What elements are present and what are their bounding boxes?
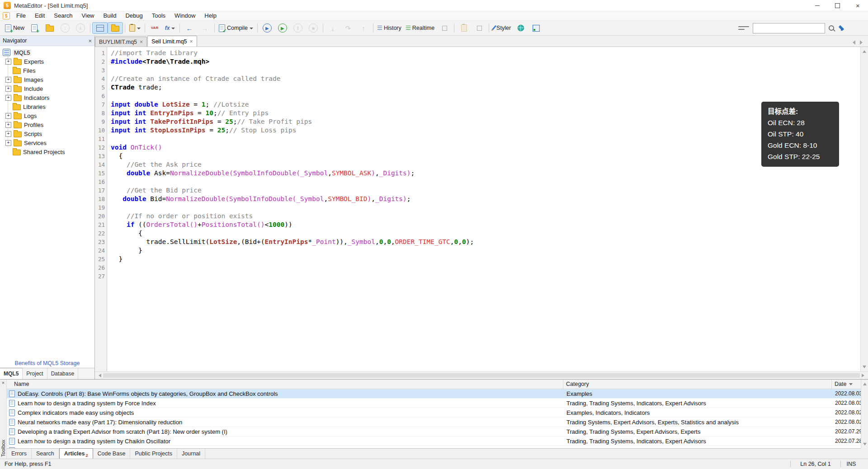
calendar-button[interactable] <box>528 22 544 34</box>
menu-item-tools[interactable]: Tools <box>147 11 170 20</box>
save-all-button[interactable]: ⇓ <box>73 22 88 34</box>
toolbox-tab-search[interactable]: Search <box>32 449 59 459</box>
navigator-tab-database[interactable]: Database <box>47 368 78 379</box>
search-icon[interactable] <box>829 25 834 31</box>
new-window-button[interactable] <box>27 22 42 34</box>
toolbox-tab-errors[interactable]: Errors <box>7 449 32 459</box>
column-header-category[interactable]: Category <box>563 380 831 389</box>
compile-button[interactable]: Compile <box>217 22 255 34</box>
tree-item-services[interactable]: Services <box>0 138 94 147</box>
menu-item-view[interactable]: View <box>77 11 99 20</box>
toolbox-tab-code-base[interactable]: Code Base <box>93 449 131 459</box>
function-list-button[interactable]: fx <box>162 22 178 34</box>
tab-scroll-right-icon[interactable] <box>860 40 863 45</box>
tree-item-libraries[interactable]: Libraries <box>0 102 94 111</box>
minimize-button[interactable] <box>807 0 827 11</box>
step-out-button[interactable]: ↑ <box>356 22 371 34</box>
search-input[interactable] <box>753 23 825 33</box>
scroll-up-icon[interactable] <box>863 381 867 385</box>
tree-root-mql5[interactable]: MQL5 <box>0 48 94 57</box>
column-header-name[interactable]: Name <box>7 380 563 389</box>
tree-item-shared-projects[interactable]: Shared Projects <box>0 147 94 156</box>
toolbox-tab-articles[interactable]: Articles2 <box>59 448 93 459</box>
tree-item-indicators[interactable]: Indicators <box>0 93 94 102</box>
scrollbar-thumb[interactable] <box>103 373 860 378</box>
stop-button[interactable]: ■ <box>306 22 321 34</box>
navigate-back-button[interactable]: ← <box>182 22 197 34</box>
pause-button[interactable]: ‖ <box>290 22 306 34</box>
search-settings-button[interactable] <box>734 22 749 34</box>
expand-plus-icon[interactable] <box>5 95 11 101</box>
mql5-storage-link[interactable]: Benefits of MQL5 Storage <box>15 360 80 366</box>
toggle-navigator-button[interactable] <box>92 22 108 34</box>
editor-tab-buylimit.mq5[interactable]: BUYLIMIT.mq5× <box>95 37 147 47</box>
editor-horizontal-scrollbar[interactable] <box>95 371 868 379</box>
save-button[interactable]: ↓ <box>57 22 73 34</box>
step-over-button[interactable]: ↷ <box>340 22 356 34</box>
realtime-button[interactable]: Realtime <box>404 22 437 34</box>
article-row[interactable]: Learn how to design a trading system by … <box>7 436 868 446</box>
chart-button[interactable] <box>437 22 452 34</box>
scroll-down-icon[interactable] <box>863 366 866 370</box>
tree-item-scripts[interactable]: Scripts <box>0 129 94 138</box>
step-into-button[interactable]: ↓ <box>325 22 340 34</box>
tree-item-include[interactable]: Include <box>0 84 94 93</box>
start-profiling-button[interactable]: ▶ <box>275 22 290 34</box>
mql5-community-button[interactable] <box>513 22 528 34</box>
open-button[interactable] <box>42 22 57 34</box>
expand-plus-icon[interactable] <box>5 122 11 128</box>
menu-item-debug[interactable]: Debug <box>121 11 147 20</box>
navigator-tree[interactable]: MQL5ExpertsFilesImagesIncludeIndicatorsL… <box>0 46 94 359</box>
article-row[interactable]: Complex indicators made easy using objec… <box>7 408 868 417</box>
tab-scroll-left-icon[interactable] <box>853 40 855 45</box>
toolbox-tab-public-projects[interactable]: Public Projects <box>130 449 177 459</box>
screenshot-button[interactable] <box>472 22 487 34</box>
navigator-tab-project[interactable]: Project <box>23 368 47 379</box>
navigator-close-button[interactable]: × <box>88 38 92 44</box>
mdi-document-icon[interactable]: 5 <box>3 12 10 19</box>
menu-item-help[interactable]: Help <box>200 11 221 20</box>
menu-item-search[interactable]: Search <box>49 11 77 20</box>
menu-item-window[interactable]: Window <box>170 11 200 20</box>
tree-item-images[interactable]: Images <box>0 75 94 84</box>
scroll-down-icon[interactable] <box>863 443 867 447</box>
editor-tab-sell-limit.mq5[interactable]: Sell Limit.mq5× <box>147 36 197 47</box>
history-button[interactable]: History <box>375 22 404 34</box>
styler-button[interactable]: Styler <box>491 22 513 34</box>
tree-item-logs[interactable]: Logs <box>0 111 94 120</box>
tree-item-experts[interactable]: Experts <box>0 57 94 66</box>
copy-snippet-button[interactable] <box>456 22 472 34</box>
article-row[interactable]: Developing a trading Expert Advisor from… <box>7 427 868 436</box>
menu-item-edit[interactable]: Edit <box>30 11 49 20</box>
code-editor[interactable]: 1234567891011121314151617181920212223242… <box>95 47 860 371</box>
menu-item-build[interactable]: Build <box>99 11 121 20</box>
toolbox-close-button[interactable]: × <box>2 380 5 385</box>
close-button[interactable]: × <box>848 0 868 11</box>
articles-vertical-scrollbar[interactable] <box>861 380 868 449</box>
education-cap-icon[interactable] <box>838 25 845 31</box>
tree-item-files[interactable]: Files <box>0 66 94 75</box>
expand-plus-icon[interactable] <box>5 59 11 65</box>
maximize-button[interactable] <box>827 0 848 11</box>
article-row[interactable]: DoEasy. Controls (Part 8): Base WinForms… <box>7 389 868 399</box>
expand-plus-icon[interactable] <box>5 140 11 146</box>
start-debug-button[interactable]: ▶ <box>259 22 275 34</box>
tree-item-profiles[interactable]: Profiles <box>0 120 94 129</box>
scroll-up-icon[interactable] <box>863 48 866 53</box>
scroll-right-icon[interactable] <box>862 374 866 377</box>
toolbox-tab-journal[interactable]: Journal <box>177 449 205 459</box>
tab-close-icon[interactable]: × <box>140 39 143 45</box>
paste-dropdown-button[interactable] <box>127 22 143 34</box>
menu-item-file[interactable]: File <box>12 11 30 20</box>
article-row[interactable]: Neural networks made easy (Part 17): Dim… <box>7 417 868 427</box>
expand-plus-icon[interactable] <box>5 113 11 119</box>
variables-button[interactable]: VAR <box>147 22 162 34</box>
navigator-tab-mql5[interactable]: MQL5 <box>0 368 23 379</box>
toggle-toolbox-button[interactable] <box>108 22 123 34</box>
expand-plus-icon[interactable] <box>5 77 11 83</box>
editor-vertical-scrollbar[interactable] <box>860 47 868 371</box>
new-button[interactable]: New <box>3 22 27 34</box>
expand-plus-icon[interactable] <box>5 131 11 137</box>
article-row[interactable]: Learn how to design a trading system by … <box>7 399 868 408</box>
navigate-forward-button[interactable]: → <box>197 22 212 34</box>
